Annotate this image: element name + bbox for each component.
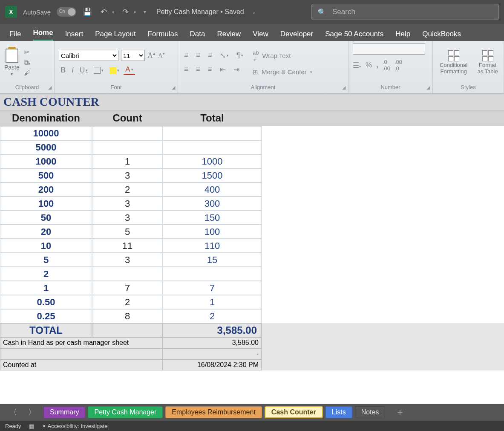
total-row[interactable]: TOTAL 3,585.00 [0,323,504,337]
merge-center-button[interactable]: ⊞Merge & Center▾ [253,68,312,76]
denomination-cell[interactable]: 20 [0,225,92,239]
header-count[interactable]: Count [92,110,163,126]
count-cell[interactable]: 2 [92,182,163,197]
accounting-format-icon[interactable]: ☰▾ [353,61,361,70]
total-cell[interactable]: 1500 [163,168,262,182]
menu-tab-formulas[interactable]: Formulas [148,30,178,41]
percent-icon[interactable]: % [366,61,372,69]
sheet-tab-employees-reimbursement[interactable]: Employees Reimbursement [165,406,262,418]
difference-label[interactable] [0,348,163,359]
alignment-dialog-icon[interactable]: ◢ [342,85,346,90]
undo-dropdown-icon[interactable]: ▾ [112,10,114,14]
menu-tab-help[interactable]: Help [395,30,410,41]
total-label[interactable]: TOTAL [0,323,92,337]
total-value[interactable]: 3,585.00 [163,323,262,337]
font-name-select[interactable]: Calibri [59,50,118,61]
count-cell[interactable]: 8 [92,309,163,323]
underline-button[interactable]: U▾ [78,66,89,75]
counted-at-value[interactable]: 16/08/2024 2:30 PM [163,359,262,370]
tab-nav-next-icon[interactable]: 〉 [25,407,39,417]
difference-row[interactable]: - [0,348,504,359]
status-accessibility[interactable]: ✦ Accessibility: Investigate [42,423,108,429]
align-bottom-icon[interactable]: ≡ [206,51,214,60]
number-dialog-icon[interactable]: ◢ [426,85,430,90]
worksheet-area[interactable]: CASH COUNTER Denomination Count Total 10… [0,94,504,404]
sheet-title[interactable]: CASH COUNTER [0,94,504,110]
denomination-cell[interactable]: 500 [0,168,92,182]
count-cell[interactable]: 11 [92,239,163,253]
menu-tab-quickbooks[interactable]: QuickBooks [422,30,461,41]
align-middle-icon[interactable]: ≡ [194,51,202,60]
count-cell[interactable]: 3 [92,197,163,211]
total-cell[interactable]: 1 [163,295,262,309]
menu-tab-developer[interactable]: Developer [280,30,314,41]
denomination-cell[interactable]: 2 [0,267,92,281]
total-cell[interactable] [163,126,262,140]
denomination-cell[interactable]: 10 [0,239,92,253]
denomination-cell[interactable]: 100 [0,197,92,211]
save-icon[interactable]: 💾 [82,7,92,17]
font-color-button[interactable]: A▾ [124,65,135,75]
border-button[interactable]: ▾ [92,67,105,74]
denomination-cell[interactable]: 5 [0,253,92,267]
count-cell[interactable]: 1 [92,154,163,168]
header-denomination[interactable]: Denomination [0,110,92,126]
search-box[interactable]: 🔍 Search [311,4,499,20]
increase-indent-icon[interactable]: ⇥ [232,65,241,74]
count-cell[interactable] [92,126,163,140]
denomination-cell[interactable]: 50 [0,211,92,225]
bold-button[interactable]: B [59,66,67,75]
clipboard-dialog-icon[interactable]: ◢ [48,85,52,90]
denomination-cell[interactable]: 200 [0,182,92,197]
align-left-icon[interactable]: ≡ [182,65,190,74]
redo-icon[interactable]: ↷ [120,7,130,17]
paste-button[interactable]: Paste ▾ [4,49,20,76]
menu-tab-page-layout[interactable]: Page Layout [95,30,135,41]
header-total[interactable]: Total [163,110,262,126]
total-cell[interactable] [163,140,262,154]
difference-value[interactable]: - [163,348,262,359]
copy-icon[interactable]: ⧉▾ [24,59,31,67]
menu-tab-file[interactable]: File [9,30,21,41]
text-direction-icon[interactable]: ¶▾ [235,51,245,60]
count-cell[interactable]: 3 [92,168,163,182]
menu-tab-insert[interactable]: Insert [65,30,84,41]
total-cell[interactable]: 2 [163,309,262,323]
counted-at-label[interactable]: Counted at [0,359,163,370]
tab-nav-prev-icon[interactable]: 〈 [6,407,20,417]
total-cell[interactable]: 300 [163,197,262,211]
sheet-tab-notes[interactable]: Notes [355,406,386,418]
format-as-table-button[interactable]: Format as Table [476,50,499,75]
number-format-select[interactable] [353,43,425,55]
undo-icon[interactable]: ↶ [98,7,109,17]
count-cell[interactable]: 5 [92,225,163,239]
counted-at-row[interactable]: Counted at 16/08/2024 2:30 PM [0,359,504,370]
comma-icon[interactable]: , [376,61,378,69]
denomination-cell[interactable]: 5000 [0,140,92,154]
increase-decimal-icon[interactable]: .0.00 [383,59,390,72]
total-cell[interactable]: 100 [163,225,262,239]
denomination-cell[interactable]: 0.25 [0,309,92,323]
cash-in-hand-value[interactable]: 3,585.00 [163,337,262,348]
denomination-cell[interactable]: 0.50 [0,295,92,309]
decrease-decimal-icon[interactable]: .00.0 [395,59,402,72]
italic-button[interactable]: I [70,66,75,75]
count-cell[interactable]: 3 [92,253,163,267]
align-center-icon[interactable]: ≡ [194,65,202,74]
wrap-text-button[interactable]: ab↲Wrap Text [253,49,312,62]
format-painter-icon[interactable]: 🖌 [24,69,31,77]
menu-tab-view[interactable]: View [253,30,268,41]
count-cell[interactable]: 2 [92,295,163,309]
total-cell[interactable]: 15 [163,253,262,267]
menu-tab-review[interactable]: Review [217,30,241,41]
decrease-indent-icon[interactable]: ⇤ [218,65,228,74]
total-cell[interactable] [163,267,262,281]
increase-font-icon[interactable]: A▴ [147,51,156,60]
count-cell[interactable] [92,140,163,154]
title-dropdown-icon[interactable]: ⌄ [252,9,256,15]
denomination-cell[interactable]: 10000 [0,126,92,140]
denomination-cell[interactable]: 1 [0,281,92,295]
total-cell[interactable]: 110 [163,239,262,253]
menu-tab-data[interactable]: Data [190,30,205,41]
total-cell[interactable]: 1000 [163,154,262,168]
